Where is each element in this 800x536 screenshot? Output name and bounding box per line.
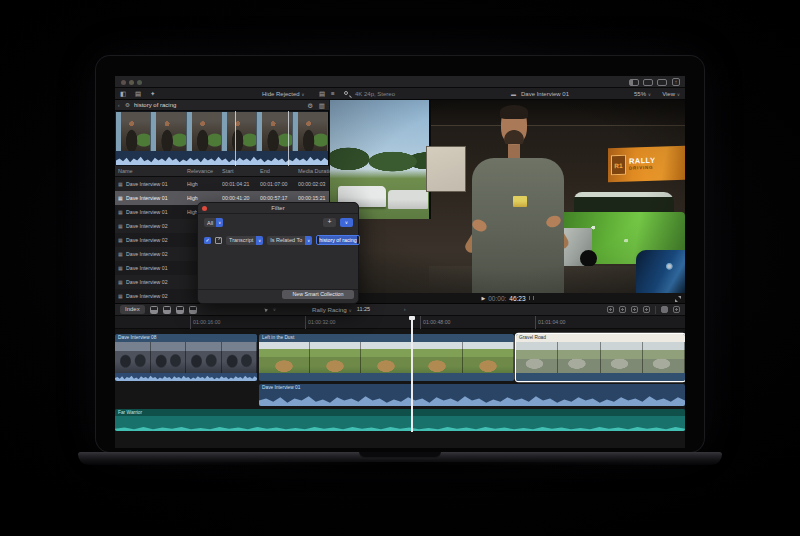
clip-audio-waveform — [115, 373, 257, 381]
transcript-rule-icon — [215, 237, 222, 244]
music-clip[interactable]: Far Warrior — [115, 409, 685, 431]
append-edit-icon[interactable] — [176, 306, 184, 314]
laptop-shadow — [140, 462, 660, 480]
clip-grouping-icon[interactable]: ≡ — [331, 88, 335, 100]
browser-settings-icon[interactable]: ⚙ — [307, 100, 313, 111]
clip-thumbnails — [259, 342, 514, 373]
chevron-down-icon: ∨ — [648, 92, 651, 97]
sidebar-toggle-icon[interactable]: ◧ — [120, 88, 126, 100]
column-header-start[interactable]: Start — [222, 166, 234, 177]
layout-timeline-toggle-icon[interactable] — [657, 79, 667, 86]
column-header-relevance[interactable]: Relevance — [187, 166, 213, 177]
forward-history-icon[interactable]: › — [404, 303, 406, 316]
layout-browser-toggle-icon[interactable] — [629, 79, 639, 86]
clip-appearance-icon[interactable]: ▤ — [319, 88, 325, 100]
match-select-value: All — [207, 220, 213, 226]
row-name: Dave Interview 02 — [126, 275, 188, 289]
row-name: Dave Interview 02 — [126, 247, 188, 261]
clip-label: Dave Interview 01 — [262, 385, 300, 390]
ruler-tick: 01:00:48:00 — [420, 316, 450, 329]
browser-appearance-icon[interactable]: ▥ — [319, 100, 325, 111]
connect-edit-icon[interactable] — [150, 306, 158, 314]
share-arrow-glyph: ↑ — [675, 79, 678, 85]
viewer-clip-name: Dave Interview 01 — [521, 88, 569, 100]
skimming-toggle-icon[interactable] — [607, 306, 614, 313]
clip-filmstrip[interactable] — [116, 111, 328, 166]
column-header-name[interactable]: Name — [118, 166, 133, 177]
viewer-clip-icon: ▬ — [511, 88, 516, 100]
back-icon[interactable]: ‹ — [118, 100, 120, 111]
filmstrip-thumbnails — [116, 112, 328, 151]
row-start: 00:01:04:21 — [222, 177, 260, 191]
timeline-toolbar: Index ∨ Rally Racing ∨ 11:25 › — [115, 303, 685, 316]
timeline-ruler[interactable]: 01:00:16:00 01:00:32:00 01:00:48:00 01:0… — [115, 316, 685, 329]
ruler-tick: 01:00:32:00 — [305, 316, 335, 329]
solo-toggle-icon[interactable] — [631, 306, 638, 313]
add-rule-button[interactable]: + — [323, 218, 336, 227]
insert-edit-icon[interactable] — [163, 306, 171, 314]
row-name: Dave Interview 01 — [126, 177, 188, 191]
clip-thumbnails — [115, 342, 257, 373]
row-name: Dave Interview 01 — [126, 205, 188, 219]
ruler-tick: 01:00:16:00 — [190, 316, 220, 329]
main-toolbar: ◧ ▤ ✦ Hide Rejected ∨ ▤ ≡ 4K 24p, Stereo… — [115, 88, 685, 100]
rule-enabled-checkbox[interactable]: ✓ — [204, 237, 211, 244]
clip-label: Gravel Road — [516, 334, 685, 342]
clip-boundary — [235, 111, 236, 166]
overwrite-edit-icon[interactable] — [189, 306, 197, 314]
ruler-tick: 01:01:04:00 — [535, 316, 565, 329]
play-icon[interactable]: ▶ — [481, 293, 485, 303]
timecode-prefix: 00:00: — [488, 295, 506, 302]
viewer-pane: R1 RALLY DRIVING — [330, 100, 685, 303]
clip-range-icon: ▦ — [118, 289, 123, 303]
viewer-video[interactable]: R1 RALLY DRIVING — [330, 100, 685, 293]
connected-clip-dave-interview[interactable]: Dave Interview 01 — [259, 384, 685, 406]
timeline-settings-icon[interactable] — [673, 306, 680, 313]
row-relevance: High — [187, 177, 221, 191]
rule-type-select[interactable]: Transcript∨ — [226, 236, 263, 245]
close-window-button[interactable] — [121, 80, 126, 85]
clip-range-icon: ▦ — [118, 177, 123, 191]
effects-browser-icon[interactable]: ✦ — [150, 88, 155, 100]
timeline-clip-left-in-the-dust[interactable]: Left in the Dust — [259, 334, 514, 381]
timeline-clip-gravel-road-selected[interactable]: Gravel Road — [516, 334, 685, 381]
share-icon[interactable]: ↑ — [672, 78, 680, 86]
table-row[interactable]: ▦ Dave Interview 01 High 00:01:04:21 00:… — [115, 177, 329, 191]
playhead[interactable] — [411, 316, 413, 432]
check-icon: ✓ — [205, 237, 209, 243]
row-name: Dave Interview 01 — [126, 261, 188, 275]
laptop-lid-scoop — [359, 452, 441, 458]
audio-meters-icon[interactable] — [661, 306, 668, 313]
rule-condition-select[interactable]: Is Related To∨ — [267, 236, 312, 245]
row-name: Dave Interview 02 — [126, 289, 188, 303]
new-smart-collection-button[interactable]: New Smart Collection — [282, 290, 354, 299]
filter-window[interactable]: Filter All∨ + ∨ ✓ Transcript∨ Is Related… — [197, 202, 359, 304]
filmstrip-frame — [187, 112, 222, 151]
rule-value-field[interactable]: history of racing — [316, 235, 359, 245]
filter-window-title: Filter — [198, 203, 358, 214]
zoom-window-button[interactable] — [137, 80, 142, 85]
rule-options-button[interactable]: ∨ — [340, 218, 353, 227]
clip-boundary — [288, 111, 289, 166]
index-button[interactable]: Index — [120, 305, 145, 314]
layout-viewer-toggle-icon[interactable] — [643, 79, 653, 86]
table-header-row[interactable]: Name Relevance Start End Media Duration — [115, 166, 329, 177]
audio-skimming-toggle-icon[interactable] — [619, 306, 626, 313]
tool-menu-icon[interactable] — [264, 307, 268, 312]
toolbar-divider — [655, 306, 656, 314]
column-header-end[interactable]: End — [260, 166, 270, 177]
media-browser-icon[interactable]: ▤ — [135, 88, 141, 100]
rule-value-selected-text: history of racing — [319, 236, 356, 244]
match-select[interactable]: All∨ — [204, 218, 223, 227]
project-name-menu[interactable]: Rally Racing ∨ — [312, 303, 352, 317]
minimize-window-button[interactable] — [129, 80, 134, 85]
fullscreen-icon[interactable] — [675, 296, 681, 302]
timeline-clip-dave-interview[interactable]: Dave Interview 08 — [115, 334, 257, 381]
clip-audio-strip — [259, 373, 514, 381]
clip-label: Left in the Dust — [259, 334, 514, 342]
timeline-tracks[interactable]: Dave Interview 08 Left in the Dust Grave… — [115, 329, 685, 448]
filmstrip-frame — [293, 112, 328, 151]
row-name: Dave Interview 01 — [126, 191, 188, 205]
snapping-toggle-icon[interactable] — [643, 306, 650, 313]
search-icon[interactable] — [344, 91, 348, 95]
